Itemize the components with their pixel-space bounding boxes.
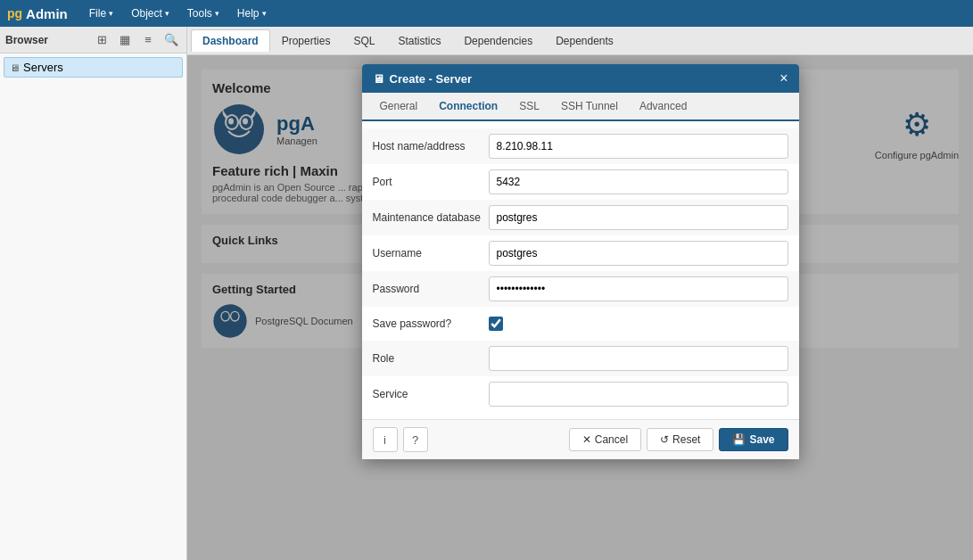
save-password-wrapper [489,317,503,331]
username-input[interactable] [489,241,788,266]
cancel-icon: ✕ [582,433,591,446]
top-menu: File ▾ Object ▾ Tools ▾ Help ▾ [82,5,274,21]
reset-label: Reset [672,433,700,446]
reset-icon: ↺ [660,433,669,446]
help-button[interactable]: ? [403,427,428,452]
role-label: Role [373,352,489,365]
chevron-down-icon: ▾ [109,9,113,18]
browser-toolbar: Browser ⊞ ▦ ≡ 🔍 [0,27,186,54]
password-label: Password [373,283,489,295]
save-password-row: Save password? [362,307,799,341]
host-row: Host name/address [362,128,799,164]
modal-tab-connection[interactable]: Connection [428,93,508,121]
cancel-button[interactable]: ✕ Cancel [569,428,641,451]
menu-help[interactable]: Help ▾ [230,5,274,21]
modal-tab-advanced[interactable]: Advanced [629,93,697,121]
modal-tab-general[interactable]: General [369,93,429,121]
save-button[interactable]: 💾 Save [719,428,787,451]
role-input[interactable] [489,346,788,371]
menu-tools[interactable]: Tools ▾ [180,5,227,21]
servers-tree-item[interactable]: 🖥 Servers [4,57,183,78]
tree-area: 🖥 Servers [0,54,186,81]
chevron-down-icon: ▾ [262,9,267,18]
info-button[interactable]: i [373,427,398,452]
service-row: Service [362,376,799,412]
maintenance-db-row: Maintenance database [362,200,799,235]
save-password-checkbox[interactable] [489,317,503,331]
left-panel: Browser ⊞ ▦ ≡ 🔍 🖥 Servers [0,27,187,560]
tab-dependents[interactable]: Dependents [544,29,625,52]
maintenance-db-label: Maintenance database [373,211,489,224]
modal-close-button[interactable]: × [779,71,787,86]
save-password-label: Save password? [373,317,489,330]
chevron-down-icon: ▾ [165,9,169,18]
main-layout: Browser ⊞ ▦ ≡ 🔍 🖥 Servers Dashboard Prop… [0,27,973,560]
role-row: Role [362,341,799,376]
servers-label: Servers [23,61,63,74]
reset-button[interactable]: ↺ Reset [647,428,713,451]
tab-sql[interactable]: SQL [342,29,386,52]
create-server-modal: 🖥 Create - Server × General Connection S… [362,64,799,459]
maintenance-db-input[interactable] [489,205,788,230]
modal-tab-ssl[interactable]: SSL [508,93,550,121]
modal-tab-ssh-tunnel[interactable]: SSH Tunnel [550,93,629,121]
save-label: Save [749,433,774,446]
logo-admin: Admin [26,6,68,21]
password-row: Password [362,271,799,307]
host-label: Host name/address [373,140,489,152]
grid-icon[interactable]: ⊞ [92,30,111,50]
cancel-label: Cancel [595,433,628,446]
tab-statistics[interactable]: Statistics [386,29,452,52]
tab-properties[interactable]: Properties [270,29,342,52]
server-icon: 🖥 [373,72,384,86]
logo-pg: pg [7,6,22,21]
nav-tabs: Dashboard Properties SQL Statistics Depe… [187,27,973,55]
port-input[interactable] [489,169,788,194]
browser-label: Browser [5,34,88,46]
service-label: Service [373,388,489,400]
service-input[interactable] [489,382,788,407]
port-label: Port [373,176,489,188]
tab-dependencies[interactable]: Dependencies [452,29,544,52]
chevron-down-icon: ▾ [215,9,219,18]
modal-header: 🖥 Create - Server × [362,64,799,93]
username-row: Username [362,235,799,271]
password-input[interactable] [489,276,788,301]
modal-footer: i ? ✕ Cancel ↺ Reset 💾 Sa [362,419,799,459]
save-icon: 💾 [732,433,746,446]
menu-file[interactable]: File ▾ [82,5,120,21]
modal-title: 🖥 Create - Server [373,72,473,86]
topbar: pgAdmin File ▾ Object ▾ Tools ▾ Help ▾ [0,0,973,27]
table-icon[interactable]: ▦ [115,30,135,50]
content-area: Welcome [187,55,973,560]
modal-tabs: General Connection SSL SSH Tunnel Advanc… [362,93,799,121]
modal-body: Host name/address Port Maintenance datab… [362,121,799,419]
server-icon: 🖥 [10,62,20,73]
modal-overlay: 🖥 Create - Server × General Connection S… [187,55,973,560]
search-icon[interactable]: 🔍 [161,30,181,50]
menu-object[interactable]: Object ▾ [124,5,177,21]
username-label: Username [373,247,489,259]
port-row: Port [362,164,799,200]
list-icon[interactable]: ≡ [138,30,158,50]
host-input[interactable] [489,134,788,159]
right-panel: Dashboard Properties SQL Statistics Depe… [187,27,973,560]
app-logo: pgAdmin [7,6,68,21]
tab-dashboard[interactable]: Dashboard [191,29,270,52]
